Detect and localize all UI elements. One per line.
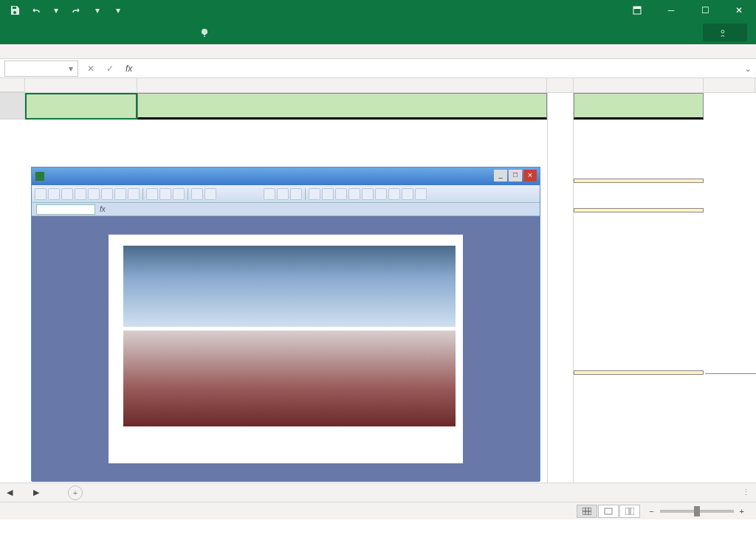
tab-nav-next[interactable]: ▶ [30, 485, 43, 500]
ribbon-tabs [0, 21, 756, 44]
normal-view-button[interactable] [577, 505, 597, 518]
col-header-5[interactable] [574, 78, 704, 92]
select-all-corner[interactable] [0, 78, 25, 92]
cell-r1c3[interactable] [137, 93, 547, 120]
maximize-button[interactable]: ☐ [688, 0, 722, 21]
embed-minimize: _ [494, 170, 507, 181]
close-button[interactable]: ✕ [722, 0, 756, 21]
label-graph-sheet-name [574, 179, 704, 183]
zoom-slider[interactable] [660, 510, 734, 513]
tab-formulas[interactable] [86, 21, 106, 44]
tell-me-input[interactable] [189, 21, 224, 44]
embed-formula-bar: fx [32, 203, 540, 216]
save-button[interactable] [6, 1, 24, 19]
accept-formula-button[interactable]: ✓ [106, 63, 114, 74]
svg-point-2 [721, 30, 724, 32]
column-gap [547, 93, 574, 483]
svg-rect-9 [625, 508, 629, 515]
page-break-view-button[interactable] [619, 505, 640, 518]
tab-team[interactable] [168, 21, 189, 44]
chart [109, 235, 463, 463]
undo-dropdown[interactable]: ▾ [47, 1, 65, 19]
tab-nav-prev[interactable] [16, 485, 30, 500]
formula-buttons: ✕ ✓ [87, 63, 114, 74]
label-formula [574, 208, 704, 212]
embed-chart-area [32, 216, 540, 482]
ribbon-collapsed [0, 44, 756, 59]
cell-r1c5[interactable] [574, 93, 704, 120]
expand-formula-bar[interactable]: ⌄ [744, 63, 752, 74]
minimize-button[interactable]: ─ [654, 0, 688, 21]
zoom-in-button[interactable]: + [740, 507, 744, 516]
embed-titlebar: _□ × [32, 167, 540, 185]
undo-button[interactable] [27, 1, 44, 19]
ribbon-display-options[interactable] [620, 0, 654, 21]
view-buttons [577, 505, 640, 518]
worksheet-grid[interactable]: _□ × fx [0, 78, 756, 483]
embedded-image[interactable]: _□ × fx [31, 167, 540, 481]
col-header-1[interactable] [25, 78, 137, 92]
title-bar: ▾ ▾ ▾ ─ ☐ ✕ [0, 0, 756, 21]
row-header-1[interactable] [0, 93, 25, 120]
svg-rect-1 [633, 7, 641, 9]
zoom-controls: − + [649, 507, 750, 516]
tab-options[interactable]: ⋮ [742, 488, 750, 497]
svg-rect-3 [35, 172, 44, 181]
col-header-4[interactable] [547, 78, 574, 92]
tab-insert[interactable] [44, 21, 65, 44]
cell-r1c1[interactable] [25, 93, 137, 120]
tab-view[interactable] [148, 21, 168, 44]
svg-rect-8 [605, 508, 612, 514]
column-headers [0, 78, 756, 93]
prop-header[interactable] [705, 370, 756, 374]
fx-icon[interactable]: fx [126, 63, 132, 74]
tab-file[interactable] [3, 21, 24, 44]
label-property-info [574, 370, 704, 375]
status-bar: − + [0, 502, 756, 519]
redo-dropdown[interactable]: ▾ [89, 1, 106, 19]
embed-toolbar [32, 185, 540, 203]
zoom-out-button[interactable]: − [649, 507, 653, 516]
tab-data[interactable] [106, 21, 127, 44]
redo-button[interactable] [68, 1, 86, 19]
share-button[interactable] [703, 24, 747, 41]
col-header-3[interactable] [137, 78, 547, 92]
quick-access-toolbar: ▾ ▾ ▾ [0, 1, 127, 19]
cells-area[interactable]: _□ × fx [25, 93, 756, 483]
window-controls: ─ ☐ ✕ [620, 0, 756, 21]
tab-home[interactable] [24, 21, 44, 44]
name-box[interactable]: ▾ [4, 60, 78, 77]
svg-rect-10 [630, 508, 634, 515]
tab-page-layout[interactable] [65, 21, 86, 44]
row-headers [0, 93, 25, 120]
tab-nav-first[interactable]: ◀ [3, 485, 16, 500]
val-graph-sheet-name[interactable] [705, 179, 711, 181]
tab-review[interactable] [127, 21, 148, 44]
qat-customize[interactable]: ▾ [109, 1, 127, 19]
page-layout-view-button[interactable] [598, 505, 619, 518]
embed-maximize: □ [509, 170, 522, 181]
embed-close-icon: × [523, 170, 537, 181]
formula-bar: ▾ ✕ ✓ fx ⌄ [0, 59, 756, 78]
sheet-tabs-bar: ◀ ▶ + ⋮ [0, 483, 756, 502]
col-header-6[interactable] [704, 78, 755, 92]
add-sheet-button[interactable]: + [68, 485, 83, 500]
cancel-formula-button[interactable]: ✕ [87, 63, 94, 74]
